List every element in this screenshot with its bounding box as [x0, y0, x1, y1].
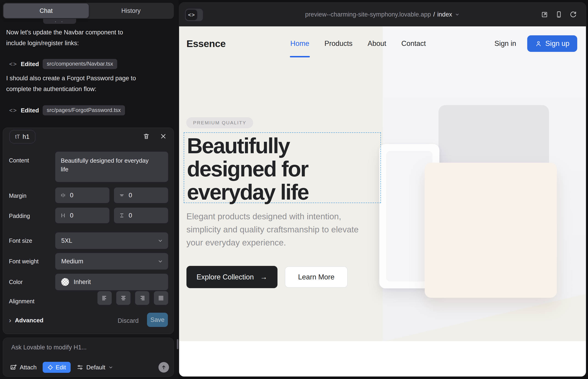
align-justify-button[interactable]	[154, 291, 168, 305]
refresh-icon	[569, 11, 577, 18]
attach-label: Attach	[20, 364, 37, 371]
close-icon	[160, 133, 167, 140]
edited-file-chip[interactable]: src/pages/ForgotPassword.tsx	[43, 105, 125, 115]
attach-button[interactable]: Attach	[10, 364, 37, 371]
color-label: Color	[9, 279, 23, 285]
explore-collection-button[interactable]: Explore Collection →	[186, 266, 278, 288]
url-separator: /	[433, 11, 435, 18]
font-size-label: Font size	[9, 237, 32, 244]
code-icon: <>	[186, 10, 197, 20]
hero-badge: PREMIUM QUALITY	[186, 117, 253, 128]
site-preview: Essence Home Products About Contact Sign…	[179, 26, 586, 377]
chevron-down-icon	[157, 259, 163, 264]
mode-select[interactable]: Default	[77, 364, 113, 371]
chat-composer: Attach Edit Default	[3, 338, 174, 377]
hero-description: Elegant products designed with intention…	[186, 210, 370, 249]
mobile-phone-icon	[555, 11, 563, 18]
selected-element-outline[interactable]: Beautifully designed for everyday life	[184, 132, 381, 203]
edit-mode-button[interactable]: Edit	[43, 362, 71, 373]
font-weight-label: Font weight	[9, 258, 39, 265]
chat-message: I should also create a Forgot Password p…	[6, 73, 171, 95]
chat-message: Now let's update the Navbar component to…	[6, 27, 171, 49]
arrow-up-icon	[161, 364, 167, 370]
edited-label: Edited	[21, 61, 39, 68]
edited-file-chip[interactable]: src/components/Navbar.tsx	[43, 59, 117, 69]
font-size-value: 5XL	[61, 237, 72, 244]
margin-x-input[interactable]	[70, 192, 93, 199]
clipped-scroll-pill: · ·	[43, 19, 76, 24]
margin-vertical-icon	[119, 192, 124, 198]
edited-file-row: <> Edited src/pages/ForgotPassword.tsx	[9, 105, 125, 116]
content-input[interactable]: Beautifully designed for everyday life	[55, 152, 168, 182]
scrollbar-thumb[interactable]	[177, 339, 178, 349]
sign-in-link[interactable]: Sign in	[495, 39, 516, 48]
preview-domain: preview--charming-site-symphony.lovable.…	[305, 11, 431, 18]
align-right-button[interactable]	[135, 291, 149, 305]
preview-panel: <> preview--charming-site-symphony.lovab…	[179, 2, 586, 377]
composer-input[interactable]	[11, 344, 167, 355]
tab-chat[interactable]: Chat	[3, 3, 89, 18]
site-logo[interactable]: Essence	[186, 38, 226, 49]
auth-actions: Sign in Sign up	[495, 35, 577, 52]
element-editor-panel: tT h1 Content Beautifully designed for e…	[3, 127, 174, 334]
user-icon	[535, 40, 542, 47]
nav-link-products[interactable]: Products	[325, 39, 353, 48]
align-left-button[interactable]	[97, 291, 112, 305]
mobile-view-button[interactable]	[554, 10, 563, 19]
trash-icon	[143, 133, 150, 140]
code-icon: <>	[9, 61, 17, 68]
chevron-down-icon	[454, 12, 460, 17]
margin-y-field[interactable]	[114, 188, 168, 203]
close-panel-button[interactable]	[158, 131, 168, 141]
font-size-select[interactable]: 5XL	[55, 232, 168, 249]
selected-element-tag: h1	[22, 133, 29, 141]
attach-image-icon	[10, 364, 17, 371]
learn-more-button[interactable]: Learn More	[285, 266, 348, 288]
margin-x-field[interactable]	[55, 188, 109, 203]
composer-toolbar: Attach Edit Default	[10, 361, 169, 373]
advanced-toggle[interactable]: › Advanced	[9, 316, 43, 324]
edited-file-row: <> Edited src/components/Navbar.tsx	[9, 59, 117, 69]
nav-link-home[interactable]: Home	[290, 39, 309, 48]
sign-up-label: Sign up	[545, 39, 569, 48]
address-bar[interactable]: preview--charming-site-symphony.lovable.…	[305, 2, 460, 26]
align-right-icon	[139, 295, 145, 301]
preview-page: index	[437, 11, 452, 18]
align-center-icon	[120, 295, 127, 301]
align-center-button[interactable]	[116, 291, 130, 305]
chevron-down-icon	[108, 365, 113, 370]
color-value: Inherit	[74, 279, 91, 286]
chat-sidebar: Chat History · · Now let's update the Na…	[0, 0, 179, 379]
nav-link-label: Home	[290, 39, 309, 47]
alignment-label: Alignment	[9, 298, 34, 305]
active-nav-underline	[290, 56, 310, 57]
nav-link-about[interactable]: About	[368, 39, 386, 48]
refresh-button[interactable]	[569, 10, 578, 19]
open-in-new-tab-button[interactable]	[540, 10, 549, 19]
save-button[interactable]: Save	[147, 313, 168, 327]
font-weight-value: Medium	[61, 258, 83, 265]
nav-link-contact[interactable]: Contact	[401, 39, 426, 48]
advanced-label: Advanced	[15, 317, 43, 324]
sign-up-button[interactable]: Sign up	[527, 35, 577, 52]
transparent-color-swatch	[61, 278, 69, 286]
margin-y-input[interactable]	[129, 192, 152, 199]
padding-y-field[interactable]	[114, 208, 168, 223]
text-type-icon: tT	[15, 134, 20, 140]
discard-button[interactable]: Discard	[118, 317, 139, 324]
padding-x-field[interactable]	[55, 208, 109, 223]
tab-history[interactable]: History	[89, 3, 173, 18]
align-justify-icon	[158, 295, 164, 301]
code-view-toggle[interactable]: <>	[185, 9, 203, 21]
padding-x-input[interactable]	[70, 212, 93, 219]
margin-horizontal-icon	[60, 192, 66, 198]
send-button[interactable]	[158, 362, 169, 373]
font-weight-select[interactable]: Medium	[55, 253, 168, 269]
chevron-down-icon	[157, 238, 163, 243]
color-select[interactable]: Inherit	[55, 274, 168, 290]
padding-y-input[interactable]	[129, 212, 152, 219]
delete-element-button[interactable]	[141, 131, 151, 141]
hero-headline: Beautifully designed for everyday life	[184, 133, 380, 204]
preview-chrome-bar: <> preview--charming-site-symphony.lovab…	[179, 2, 586, 26]
arrow-right-icon: →	[260, 273, 267, 281]
